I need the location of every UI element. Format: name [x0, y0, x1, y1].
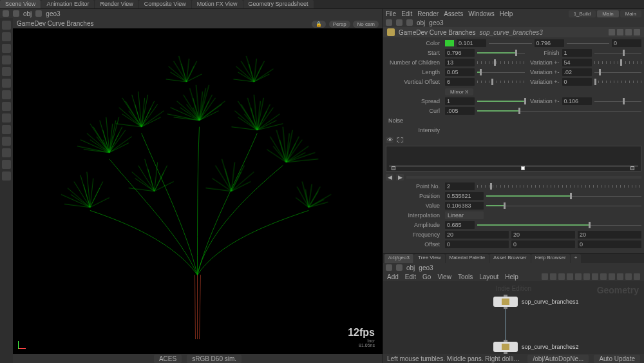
tool-icon[interactable] — [2, 137, 11, 146]
net-icon[interactable] — [634, 273, 640, 280]
ramp-eye-icon[interactable]: 👁 — [386, 137, 393, 143]
length-field[interactable]: 0.05 — [445, 68, 475, 76]
color-b-field[interactable]: 0 — [612, 39, 641, 47]
voffset-slider[interactable] — [477, 78, 525, 86]
interp-dropdown[interactable]: Linear — [445, 211, 484, 219]
color-r-slider[interactable] — [489, 39, 532, 47]
layout-build[interactable]: 1_Build — [569, 10, 596, 17]
offset-x-field[interactable]: 0 — [445, 240, 509, 248]
voffset-field[interactable]: 6 — [445, 78, 475, 86]
finish-slider[interactable] — [594, 49, 642, 57]
tab-geo-spreadsheet[interactable]: Geometry Spreadsheet — [243, 0, 314, 8]
menu-file[interactable]: File — [386, 10, 396, 17]
path-node[interactable]: geo3 — [46, 10, 60, 17]
tool-icon[interactable] — [2, 67, 11, 76]
net-icon[interactable] — [600, 273, 607, 280]
menu-edit[interactable]: Edit — [401, 10, 412, 17]
path-node[interactable]: geo3 — [429, 19, 443, 26]
children-field[interactable]: 13 — [445, 59, 475, 66]
tool-icon[interactable] — [2, 90, 11, 99]
pin-icon[interactable] — [386, 264, 392, 271]
tab-add-icon[interactable]: + — [571, 254, 582, 263]
menu-help[interactable]: Help — [505, 273, 518, 280]
start-field[interactable]: 0.796 — [445, 49, 475, 57]
tab-matpalette[interactable]: Material Palette — [446, 254, 489, 263]
net-icon[interactable] — [583, 273, 590, 280]
tab-anim-editor[interactable]: Animation Editor — [41, 0, 94, 8]
spread-field[interactable]: 1 — [445, 97, 475, 105]
tab-render-view[interactable]: Render View — [95, 0, 138, 8]
tool-icon[interactable] — [2, 113, 11, 123]
menu-tools[interactable]: Tools — [458, 273, 473, 280]
net-icon[interactable] — [567, 273, 573, 280]
pin-icon[interactable] — [3, 10, 9, 17]
tool-icon[interactable] — [2, 125, 11, 134]
net-icon[interactable] — [625, 273, 632, 280]
path-node[interactable]: geo3 — [419, 264, 433, 271]
net-icon[interactable] — [617, 273, 623, 280]
pointno-field[interactable]: 2 — [445, 182, 475, 190]
length-slider[interactable] — [477, 68, 525, 76]
net-icon[interactable] — [542, 273, 548, 280]
color-r-field[interactable]: 0.101 — [457, 39, 486, 47]
pointno-slider[interactable] — [477, 182, 641, 190]
tool-icon[interactable] — [2, 148, 11, 157]
position-slider[interactable] — [486, 192, 641, 200]
layout-main-2[interactable]: Main — [620, 10, 641, 17]
tool-icon[interactable] — [2, 160, 11, 169]
color-swatch[interactable] — [445, 40, 454, 46]
tool-icon[interactable] — [2, 102, 11, 111]
scale-tool-icon[interactable] — [2, 55, 11, 64]
home-icon[interactable] — [13, 10, 19, 17]
net-icon[interactable] — [550, 273, 556, 280]
back-icon[interactable] — [396, 19, 402, 26]
node-icon[interactable] — [35, 10, 42, 17]
lock-icon[interactable]: 🔒 — [312, 21, 326, 28]
tab-composite[interactable]: Composite View — [139, 0, 191, 8]
children-var-slider[interactable] — [594, 59, 642, 66]
select-tool-icon[interactable] — [2, 21, 11, 30]
position-field[interactable]: 0.535821 — [445, 192, 484, 200]
tab-scene-view[interactable]: Scene View — [0, 0, 41, 8]
move-tool-icon[interactable] — [2, 32, 11, 41]
children-slider[interactable] — [477, 59, 525, 66]
node-branches2[interactable]: sop_curve_branches2 — [493, 342, 579, 352]
network-canvas[interactable]: Geometry Indie Edition sop_curve_branche… — [383, 281, 644, 363]
path-root[interactable]: obj — [417, 19, 425, 26]
help-icon[interactable] — [625, 29, 632, 35]
menu-view[interactable]: View — [437, 273, 451, 280]
spread-var-field[interactable]: 0.106 — [562, 97, 592, 105]
menu-go[interactable]: Go — [422, 273, 431, 280]
menu-edit[interactable]: Edit — [405, 273, 416, 280]
menu-windows[interactable]: Windows — [468, 10, 495, 17]
menu-help[interactable]: Help — [500, 10, 513, 17]
menu-add[interactable]: Add — [387, 273, 399, 280]
menu-layout[interactable]: Layout — [479, 273, 498, 280]
freq-z-field[interactable]: 20 — [578, 231, 641, 239]
net-icon[interactable] — [558, 273, 565, 280]
net-icon[interactable] — [575, 273, 582, 280]
color-g-slider[interactable] — [567, 39, 610, 47]
rotate-tool-icon[interactable] — [2, 44, 11, 53]
value-slider[interactable] — [486, 202, 641, 210]
offset-y-field[interactable]: 0 — [511, 240, 575, 248]
tab-helpbrowser[interactable]: Help Browser — [531, 254, 570, 263]
menu-assets[interactable]: Assets — [444, 10, 463, 17]
auto-update-button[interactable]: Auto Update — [594, 355, 640, 363]
persp-menu[interactable]: Persp — [329, 21, 350, 28]
children-var-field[interactable]: 54 — [562, 59, 592, 66]
back-icon[interactable] — [396, 264, 402, 271]
value-field[interactable]: 0.106383 — [445, 202, 484, 210]
node-branches1[interactable]: sop_curve_branches1 — [493, 297, 579, 307]
cook-path[interactable]: /obj/AutoDopNe... — [527, 355, 589, 363]
tab-network[interactable]: /obj/geo3 — [384, 254, 413, 263]
ramp-prev-icon[interactable]: ◀ — [386, 174, 393, 181]
freq-x-field[interactable]: 20 — [445, 231, 509, 239]
reload-icon[interactable] — [617, 29, 623, 35]
tab-motionfx[interactable]: Motion FX View — [192, 0, 243, 8]
layout-main[interactable]: Main — [597, 10, 618, 17]
path-root[interactable]: obj — [406, 264, 415, 271]
path-root[interactable]: obj — [23, 10, 32, 17]
amplitude-field[interactable]: 0.685 — [445, 221, 475, 229]
color-g-field[interactable]: 0.796 — [535, 39, 564, 47]
